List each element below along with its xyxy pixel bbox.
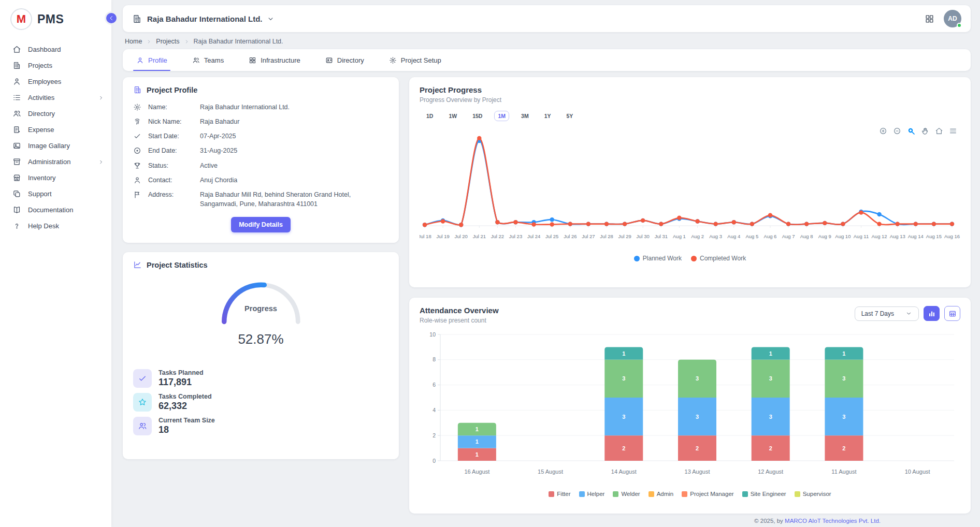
field-label: Nick Name: xyxy=(148,117,194,126)
sidebar-collapse-button[interactable] xyxy=(105,11,118,25)
range-button-3m[interactable]: 3M xyxy=(517,111,532,121)
apps-grid-icon[interactable] xyxy=(925,14,934,24)
breadcrumb-projects[interactable]: Projects xyxy=(156,38,179,45)
svg-text:Aug 9: Aug 9 xyxy=(818,233,831,239)
sidebar-item-documentation[interactable]: Documentation xyxy=(0,202,111,218)
profile-field-contact: Contact:Anuj Chordia xyxy=(133,175,388,185)
svg-text:Jul 18: Jul 18 xyxy=(420,233,431,239)
tab-directory[interactable]: Directory xyxy=(325,49,364,71)
sidebar-item-expense[interactable]: Expense xyxy=(0,122,111,138)
sidebar-item-image-gallary[interactable]: Image Gallary xyxy=(0,138,111,154)
svg-text:Jul 29: Jul 29 xyxy=(618,233,631,239)
svg-text:Jul 24: Jul 24 xyxy=(527,233,540,239)
svg-text:Jul 21: Jul 21 xyxy=(473,233,486,239)
svg-text:13 August: 13 August xyxy=(685,469,710,475)
legend-fitter[interactable]: Fitter xyxy=(549,491,570,497)
svg-text:0: 0 xyxy=(433,458,436,464)
svg-text:Jul 28: Jul 28 xyxy=(600,233,613,239)
sidebar-item-activities[interactable]: Activities xyxy=(0,90,111,106)
tab-infrastructure[interactable]: Infrastructure xyxy=(249,49,300,71)
field-label: End Date: xyxy=(148,146,194,155)
legend-completed-work[interactable]: Completed Work xyxy=(691,255,746,262)
legend-site-engineer[interactable]: Site Engineer xyxy=(742,491,786,497)
sidebar-item-help-desk[interactable]: Help Desk xyxy=(0,218,111,234)
tab-profile[interactable]: Profile xyxy=(136,49,167,71)
legend-welder[interactable]: Welder xyxy=(613,491,640,497)
sidebar-item-label: Support xyxy=(28,190,104,198)
range-button-1d[interactable]: 1D xyxy=(423,111,437,121)
trophy-icon xyxy=(133,161,142,170)
range-button-15d[interactable]: 15D xyxy=(469,111,486,121)
stat-rows: Tasks Planned117,891Tasks Completed62,33… xyxy=(133,369,388,435)
card-title: Project Profile xyxy=(147,86,197,94)
tab-teams[interactable]: Teams xyxy=(192,49,224,71)
chart-toolbar xyxy=(879,127,957,135)
top-header-bar: Raja Bahadur International Ltd. AD xyxy=(123,5,971,32)
legend-planned-work[interactable]: Planned Work xyxy=(634,255,682,262)
svg-text:2: 2 xyxy=(433,432,436,438)
sidebar-item-inventory[interactable]: Inventory xyxy=(0,170,111,186)
stat-current-team-size: Current Team Size18 xyxy=(133,417,388,435)
sidebar-item-employees[interactable]: Employees xyxy=(0,74,111,90)
legend-project-manager[interactable]: Project Manager xyxy=(682,491,733,497)
range-button-1y[interactable]: 1Y xyxy=(541,111,555,121)
attendance-overview-card: Attendance Overview Role-wise present co… xyxy=(409,298,971,514)
svg-text:1: 1 xyxy=(475,451,479,458)
bar-view-toggle[interactable] xyxy=(924,306,940,321)
selection-zoom-icon[interactable] xyxy=(907,127,915,135)
svg-text:2: 2 xyxy=(622,445,625,451)
chevron-left-icon xyxy=(108,14,115,22)
breadcrumb: HomeProjectsRaja Bahadur International L… xyxy=(123,32,971,49)
company-link[interactable]: MARCO AIoT Technologies Pvt. Ltd. xyxy=(785,518,881,524)
left-column: Project Profile Name:Raja Bahadur Intern… xyxy=(123,77,399,459)
right-column: Project Progress Progress Overview by Pr… xyxy=(409,77,971,514)
building-icon xyxy=(12,61,21,70)
legend-label: Planned Work xyxy=(643,255,682,262)
chevron-down-icon[interactable] xyxy=(267,15,275,23)
svg-text:Aug 7: Aug 7 xyxy=(782,233,795,239)
chart-menu-icon[interactable] xyxy=(949,127,957,135)
svg-text:2: 2 xyxy=(842,445,845,451)
legend-label: Project Manager xyxy=(690,491,733,497)
reset-zoom-icon[interactable] xyxy=(935,127,943,135)
sidebar-item-label: Documentation xyxy=(28,206,104,214)
question-icon xyxy=(12,222,21,230)
user-avatar[interactable]: AD xyxy=(944,10,961,27)
legend-admin[interactable]: Admin xyxy=(648,491,674,497)
svg-text:14 August: 14 August xyxy=(611,469,637,475)
attendance-bar-chart: 024681016 August11115 August14 August233… xyxy=(420,328,960,487)
svg-text:11 August: 11 August xyxy=(831,469,856,475)
date-range-select[interactable]: Last 7 Days xyxy=(855,306,919,321)
svg-text:6: 6 xyxy=(433,382,436,388)
legend-helper[interactable]: Helper xyxy=(579,491,605,497)
tab-project-setup[interactable]: Project Setup xyxy=(389,49,441,71)
legend-marker xyxy=(613,491,618,497)
zoom-out-icon[interactable] xyxy=(893,127,901,135)
sidebar-item-support[interactable]: Support xyxy=(0,186,111,202)
legend-supervisor[interactable]: Supervisor xyxy=(795,491,831,497)
svg-text:4: 4 xyxy=(433,407,436,413)
breadcrumb-home[interactable]: Home xyxy=(125,38,142,45)
company-switcher-title[interactable]: Raja Bahadur International Ltd. xyxy=(147,14,263,23)
table-view-toggle[interactable] xyxy=(944,306,960,321)
zoom-in-icon[interactable] xyxy=(879,127,887,135)
chart-title: Project Progress xyxy=(420,85,960,94)
sidebar-item-dashboard[interactable]: Dashboard xyxy=(0,41,111,57)
tab-label: Project Setup xyxy=(401,56,441,64)
range-button-1m[interactable]: 1M xyxy=(494,111,509,121)
svg-text:Aug 16: Aug 16 xyxy=(944,233,960,239)
modify-details-button[interactable]: Modify Details xyxy=(231,217,291,232)
sidebar-item-directory[interactable]: Directory xyxy=(0,106,111,122)
sidebar-item-administration[interactable]: Administration xyxy=(0,154,111,170)
svg-text:10: 10 xyxy=(429,331,436,338)
svg-text:Aug 1: Aug 1 xyxy=(673,233,686,239)
record-icon xyxy=(133,146,142,155)
sidebar-item-projects[interactable]: Projects xyxy=(0,57,111,74)
range-button-1w[interactable]: 1W xyxy=(445,111,460,121)
pan-icon[interactable] xyxy=(921,127,929,135)
range-button-5y[interactable]: 5Y xyxy=(563,111,577,121)
svg-text:3: 3 xyxy=(842,414,845,420)
svg-text:8: 8 xyxy=(433,356,436,362)
gauge-label: Progress xyxy=(215,304,307,313)
project-progress-card: Project Progress Progress Overview by Pr… xyxy=(409,77,971,287)
